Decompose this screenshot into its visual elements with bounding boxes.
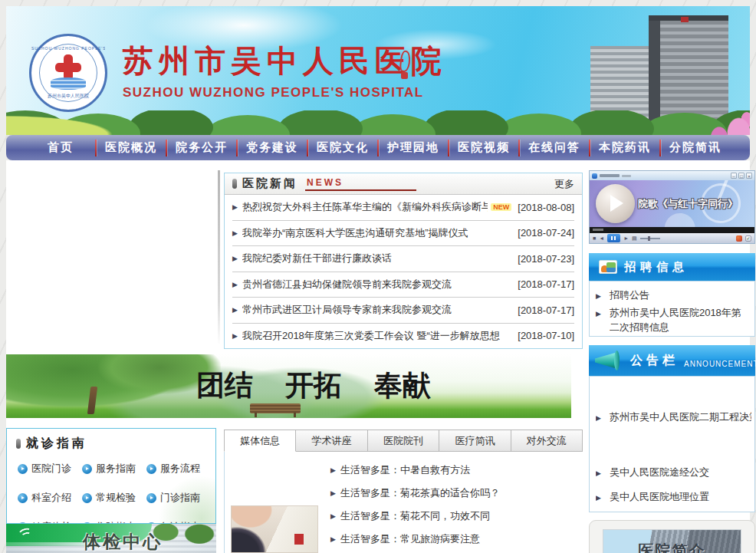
nav-item-overview[interactable]: 医院概况 [97,140,166,155]
announcement-item[interactable]: ▶ 吴中人民医院地理位置 [596,489,751,506]
announcement-item[interactable]: ▶ 吴中人民医院途经公交 [596,464,751,482]
tab-journal[interactable]: 医院院刊 [368,430,439,452]
volume-slider[interactable] [640,238,660,239]
guide-panel: 就诊指南 医院门诊 服务指南 服务流程 科室介绍 常规检验 门诊指南 健康体检 … [6,428,216,524]
grass-decoration [6,115,182,135]
player-info-strip [590,227,754,233]
red-cross-icon [55,54,81,81]
guide-link-clinic-guide[interactable]: 门诊指南 [146,491,211,505]
playlist-icon[interactable]: ▤ [632,234,637,243]
news-item[interactable]: ▶ 我院召开2018年度第三次党委工作会议 暨“进一步解放思想 [2018-07… [232,324,574,349]
news-date: [2018-08-08] [511,202,574,213]
recruit-header: 招聘信息 [589,253,755,281]
news-date: [2018-07-10] [511,330,574,341]
article-item[interactable]: ▶生活智多星：中暑自救有方法 [330,459,500,482]
news-more-link[interactable]: 更多 [554,177,574,191]
settings-icon[interactable]: ✓ [745,235,751,242]
player-stage: 院歌《与红十字同行》 [590,180,754,227]
tab-lectures[interactable]: 学术讲座 [296,430,367,452]
guide-header: 就诊指南 [7,429,215,452]
calligraphy-seal [399,51,409,81]
news-title-en: NEWS [305,177,416,191]
previous-icon[interactable]: ◄ [599,234,604,243]
recruit-item[interactable]: ▶ 苏州市吴中人民医院2018年第二次招聘信息 [596,304,750,337]
triangle-bullet-icon: ▶ [330,535,336,543]
triangle-bullet-icon: ▶ [232,255,238,262]
close-icon[interactable]: × [746,173,752,179]
guide-link-outpatient[interactable]: 医院门诊 [18,462,82,476]
triangle-bullet-icon: ▶ [596,413,601,425]
checkup-center-banner[interactable]: 体检中心 [6,524,216,553]
news-item[interactable]: ▶ 我院举办“南京医科大学医患沟通研究基地”揭牌仪式 [2018-07-24] [232,221,574,247]
intro-title: 医院简介 [590,541,754,553]
nav-item-branch[interactable]: 分院简讯 [661,140,730,155]
triangle-bullet-icon: ▶ [330,489,336,497]
pause-button[interactable] [607,234,620,242]
nav-item-qa[interactable]: 在线问答 [520,140,589,155]
nav-item-pharmacy[interactable]: 本院药讯 [590,140,659,155]
water-waves-icon [51,77,86,90]
news-item[interactable]: ▶ 热烈祝贺大外科主任陈革华主编的《新编外科疾病诊断与治 NEW [2018-0… [232,195,574,221]
maximize-icon[interactable]: □ [738,173,744,179]
record-icon[interactable] [736,235,742,242]
stop-icon[interactable]: ■ [593,234,596,243]
tab-exchange[interactable]: 对外交流 [511,430,583,452]
article-item[interactable]: ▶生活智多星：常见旅游病要注意 [330,528,500,551]
player-titlebar: – □ × [590,171,754,180]
media-panel: 媒体信息 学术讲座 医院院刊 医疗简讯 对外交流 ▶生活智多星：中暑自救有方法 … [224,430,583,553]
new-badge: NEW [491,203,511,211]
news-date: [2018-07-17] [511,304,574,316]
guide-link-tests[interactable]: 常规检验 [82,491,146,505]
circle-arrow-icon [146,493,156,503]
triangle-bullet-icon: ▶ [232,306,238,314]
announcement-panel: ▶ 苏州市吴中人民医院二期工程决策事 ▶ 吴中人民医院途经公交 ▶ 吴中人民医院… [589,376,755,512]
bullet-capsule-icon [232,179,237,189]
checkup-title: 体检中心 [83,530,163,553]
news-date: [2018-07-24] [511,227,574,239]
news-date: [2018-07-17] [511,278,574,290]
logo-bottom-text: 苏州市吴中人民医院 [31,93,105,100]
article-thumbnail-image [231,505,318,553]
guide-grid: 医院门诊 服务指南 服务流程 科室介绍 常规检验 门诊指南 健康体检 住院指南 … [18,462,211,524]
nav-item-home[interactable]: 首页 [26,140,95,155]
article-item[interactable]: ▶生活智多星：菊花茶真的适合你吗？ [330,482,500,505]
news-header: 医院新闻 NEWS 更多 [225,173,582,195]
player-subtitle-blob [622,175,631,177]
news-item[interactable]: ▶ 我院纪委对新任干部进行廉政谈话 [2018-07-23] [232,246,574,272]
hospital-logo-icon[interactable]: SUZHOU WUZHONG PEOPLE'S HOSPITAL 苏州市吴中人民… [29,34,107,112]
triangle-bullet-icon: ▶ [596,309,601,335]
tab-media-info[interactable]: 媒体信息 [224,430,296,452]
recruit-item[interactable]: ▶ 招聘公告 [596,287,750,304]
triangle-bullet-icon: ▶ [596,291,601,303]
guide-link-service-guide[interactable]: 服务指南 [82,462,146,476]
article-item[interactable]: ▶生活智多星：菊花不同，功效不同 [330,505,500,528]
nav-item-video[interactable]: 医院视频 [449,140,518,155]
news-panel: 医院新闻 NEWS 更多 ▶ 热烈祝贺大外科主任陈革华主编的《新编外科疾病诊断与… [224,173,583,349]
megaphone-icon [595,351,621,370]
announcement-item[interactable]: ▶ 苏州市吴中人民医院二期工程决策事 [596,409,751,426]
slogan-text: 团结 开拓 奉献 [196,367,431,405]
player-logo-icon [592,173,597,179]
triangle-bullet-icon: ▶ [232,203,238,211]
news-item[interactable]: ▶ 常州市武进区卫计局领导专家前来我院参观交流 [2018-07-17] [232,298,574,324]
intro-panel[interactable]: 医院简介 [589,520,755,553]
play-button[interactable] [596,184,635,223]
nav-item-nursing[interactable]: 护理园地 [379,140,448,155]
minimize-icon[interactable]: – [731,173,737,179]
nav-item-party[interactable]: 党务建设 [238,140,307,155]
guide-title: 就诊指南 [26,436,87,452]
slogan-banner: 团结 开拓 奉献 [6,354,571,418]
hospital-name-en: SUZHOU WUZHONG PEOPLE'S HOSPITAL [123,85,447,100]
news-item[interactable]: ▶ 贵州省德江县妇幼保健院领导前来我院参观交流 [2018-07-17] [232,272,574,298]
triangle-bullet-icon: ▶ [596,469,601,480]
tab-medical-news[interactable]: 医疗简讯 [439,430,511,452]
nav-item-culture[interactable]: 医院文化 [308,140,377,155]
swan-logo-icon [18,526,37,540]
guide-link-service-flow[interactable]: 服务流程 [146,462,211,476]
news-title: 医院新闻 [242,176,297,191]
triangle-bullet-icon: ▶ [232,229,238,237]
guide-link-departments[interactable]: 科室介绍 [18,491,82,505]
triangle-bullet-icon: ▶ [596,493,601,505]
next-icon[interactable]: ► [623,234,629,243]
nav-item-affairs[interactable]: 院务公开 [167,140,236,155]
